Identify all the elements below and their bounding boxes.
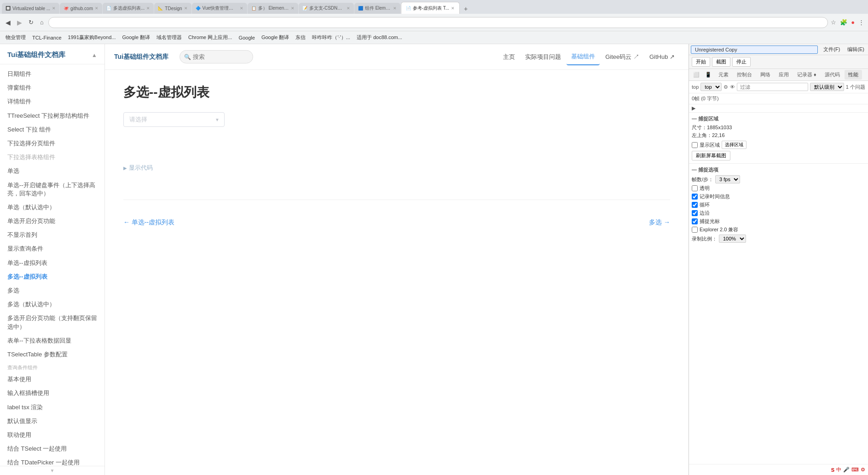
devtools-tab-sources[interactable]: 源代码 [821,70,844,80]
bookmark-google[interactable]: Google [237,34,256,41]
fps-select[interactable]: 3 fps [715,175,740,183]
new-tab-button[interactable]: + [460,4,471,14]
sidebar-item-ttreeselect[interactable]: TTreeSelect 下拉树形结构组件 [0,109,104,123]
capture-select-area-button[interactable]: 选择区域 [722,141,746,149]
transparent-checkbox[interactable] [692,185,698,191]
menu-icon[interactable]: ⋮ [858,19,864,26]
sidebar-item-date[interactable]: 日期组件 [0,67,104,81]
browser-tab-5[interactable]: 🔷 Vue快查管理用户... ✕ [192,3,247,14]
back-button[interactable]: ◀ [4,18,12,27]
devtools-file-menu[interactable]: 文件(F) [820,44,844,55]
sidebar-item-linked[interactable]: 联动使用 [0,428,104,442]
bookmark-translate2[interactable]: Google 翻译 [260,33,291,42]
sidebar-item-default-value[interactable]: 默认值显示 [0,414,104,428]
devtools-tab-console[interactable]: 控制台 [733,70,756,80]
devtools-settings-icon[interactable]: ⚙ [723,84,728,90]
sidebar-item-single-default[interactable]: 单选（默认选中） [0,200,104,214]
bookmark-domain[interactable]: 域名管理器 [155,33,184,42]
prev-page-link[interactable]: ← 单选--虚拟列表 [123,218,174,227]
tab-close-3[interactable]: ✕ [146,6,150,11]
devtools-tab-elements[interactable]: 元素 [715,70,732,80]
home-button[interactable]: ⌂ [38,18,46,27]
browser-tab-9[interactable]: 📄 参考-虚拟列表 T... ✕ [401,2,460,14]
tab-close-6[interactable]: ✕ [291,6,295,11]
sidebar-collapse-icon[interactable]: ▲ [92,52,97,58]
sidebar-item-no-first-col[interactable]: 不显示首列 [0,228,104,242]
nav-link-gitee[interactable]: Gitee码云 ↗ [601,49,644,65]
capture-show-area-checkbox[interactable] [692,142,698,148]
devtools-stop-button[interactable]: 停止 [732,57,751,67]
cursor-checkbox[interactable] [692,218,698,224]
tab-close-5[interactable]: ✕ [240,6,243,11]
devtools-edit-menu[interactable]: 编辑(E) [844,44,868,55]
bookmark-doc88[interactable]: 适用于 doc88.com... [355,33,404,42]
browser-tab-4[interactable]: 📐 TDesign ✕ [154,3,191,14]
tab-close-9[interactable]: ✕ [451,6,455,11]
profile-icon[interactable]: ● [851,19,855,26]
extensions-icon[interactable]: 🧩 [840,19,847,26]
bookmark-kazha[interactable]: 咔咋咔咋（'·'）... [310,33,352,42]
tab-close-1[interactable]: ✕ [52,6,56,11]
nav-link-github[interactable]: GitHub ↗ [645,50,679,64]
sidebar-item-table-select[interactable]: 下拉选择表格组件 [0,150,104,164]
sidebar-item-select[interactable]: Select 下拉 组件 [0,123,104,137]
devtools-top-select[interactable]: top [700,83,722,91]
explorer-checkbox[interactable] [692,227,698,233]
sidebar-item-basic-use[interactable]: 基本使用 [0,372,104,386]
refresh-button[interactable]: ↻ [27,18,35,27]
address-input[interactable]: localhost:8080/t-ui/baseComponents/Eleme… [48,17,828,28]
nav-link-projects[interactable]: 实际项目问题 [521,49,566,65]
devtools-tab-network[interactable]: 网络 [757,70,774,80]
nav-link-home[interactable]: 主页 [498,49,520,65]
devtools-tab-device-icon[interactable]: 📱 [703,70,714,79]
devtools-start-button[interactable]: 开始 [692,57,710,67]
bookmark-translate[interactable]: Google 翻译 [121,33,152,42]
devtools-tab-application[interactable]: 应用 [775,70,793,80]
sidebar-item-single-paged[interactable]: 单选开启分页功能 [0,214,104,228]
bookmark-star-icon[interactable]: ☆ [831,19,836,26]
sidebar-item-input-slot[interactable]: 输入框插槽使用 [0,386,104,400]
bookmark-chrome-apps[interactable]: Chrome 网上应用... [186,33,234,42]
bookmark-dongxin[interactable]: 东信 [294,33,307,42]
nav-link-components[interactable]: 基础组件 [567,49,600,65]
sidebar-item-multi-paged[interactable]: 多选开启分页功能（支持翻页保留选中） [0,311,104,333]
devtools-eye-icon[interactable]: 👁 [730,84,735,90]
sidebar-item-dialog[interactable]: 弹窗组件 [0,81,104,95]
record-info-checkbox[interactable] [692,194,698,200]
sidebar-item-detail[interactable]: 详情组件 [0,95,104,109]
browser-tab-8[interactable]: 🟦 组件 Element ✕ [354,3,400,14]
browser-tab-6[interactable]: 📋 多） Element高... ✕ [248,3,298,14]
bookmark-1991[interactable]: 1991赢家购Beyond... [66,33,118,42]
loop-checkbox[interactable] [692,202,698,208]
forward-button[interactable]: ▶ [15,18,24,27]
devtools-level-select[interactable]: 默认级别 [810,83,844,91]
sidebar-item-multi-default[interactable]: 多选（默认选中） [0,298,104,311]
next-page-link[interactable]: 多选 → [649,218,670,227]
sidebar-item-multi-virtual[interactable]: 多选--虚拟列表 [0,270,104,284]
tab-close-2[interactable]: ✕ [95,6,98,11]
sidebar-scroll-down[interactable]: ▼ [0,466,104,475]
sidebar-item-label-tsx[interactable]: label tsx 渲染 [0,401,104,414]
sidebar-item-with-tdatepicker[interactable]: 结合 TDatePicker 一起使用 [0,456,104,466]
sidebar-item-params[interactable]: TSelectTable 参数配置 [0,348,104,361]
bookmark-tcl[interactable]: TCL-Finance [30,34,64,41]
sidebar-item-single[interactable]: 单选 [0,164,104,178]
sidebar-item-multi[interactable]: 多选 [0,284,104,298]
tab-close-8[interactable]: ✕ [393,6,397,11]
sidebar-item-with-tselect[interactable]: 结合 TSelect 一起使用 [0,442,104,456]
sidebar-item-single-virtual[interactable]: 单选--虚拟列表 [0,256,104,270]
tab-close-4[interactable]: ✕ [184,6,188,11]
select-box[interactable]: 请选择 ▼ [123,112,225,127]
devtools-expand-icon[interactable]: ▶ [689,104,868,112]
scale-select[interactable]: 100% [719,235,746,243]
border-checkbox[interactable] [692,210,698,216]
devtools-filter-input[interactable] [737,83,808,91]
sidebar-item-form-echo[interactable]: 表单--下拉表格数据回显 [0,334,104,348]
sidebar-item-show-query[interactable]: 显示查询条件 [0,242,104,256]
devtools-tab-inspect-icon[interactable]: ⬜ [691,70,702,79]
show-code-button[interactable]: ▶ 显示代码 [123,164,153,172]
sidebar-item-paged-select[interactable]: 下拉选择分页组件 [0,137,104,150]
browser-tab-2[interactable]: 🐙 github.com ✕ [60,3,102,14]
bookmark-wuye[interactable]: 物业管理 [4,33,28,42]
browser-tab-3[interactable]: 📄 多选虚拟列表... ✕ [103,3,154,14]
